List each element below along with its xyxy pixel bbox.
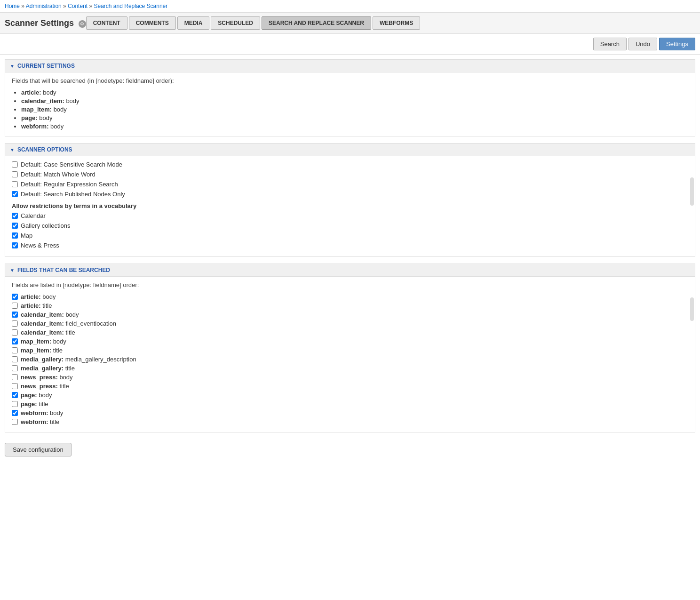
tab-scheduled[interactable]: SCHEDULED [211,16,260,30]
vocab-map-checkbox[interactable] [12,232,18,239]
breadcrumb-content[interactable]: Content [68,3,88,9]
field-article-title: article: title [12,302,688,309]
field-page-title-label: page: title [21,400,48,408]
search-button[interactable]: Search [593,38,627,50]
field-media-gallery-title: media_gallery: title [12,365,688,372]
tab-navigation: CONTENT COMMENTS MEDIA SCHEDULED SEARCH … [86,16,421,30]
searchable-fields-header: ▼ FIELDS THAT CAN BE SEARCHED [5,264,695,277]
published-only-label: Default: Search Published Nodes Only [21,191,125,198]
vocab-news-row: News & Press [12,242,688,249]
list-item: page: body [21,114,688,121]
field-article-title-checkbox[interactable] [12,303,18,309]
vocab-gallery-label: Gallery collections [21,222,71,229]
searchable-fields-note: Fields are listed in [nodetype: fieldnam… [12,281,688,288]
vocab-label: Allow restrictions by terms in a vocabul… [12,202,688,209]
tab-media[interactable]: MEDIA [177,16,210,30]
vocab-gallery-row: Gallery collections [12,222,688,229]
field-map-body-checkbox[interactable] [12,338,18,344]
field-calendar-body-label: calendar_item: body [21,311,79,318]
breadcrumb-administration[interactable]: Administration [26,3,62,9]
field-map-body-label: map_item: body [21,338,66,345]
option-row-case-sensitive: Default: Case Sensitive Search Mode [12,161,688,168]
field-map-body: map_item: body [12,338,688,345]
field-media-gallery-description-label: media_gallery: media_gallery_description [21,356,136,363]
field-news-press-body-checkbox[interactable] [12,374,18,380]
settings-icon: ⚙ [79,20,86,28]
match-whole-word-label: Default: Match Whole Word [21,171,95,178]
vocab-calendar-checkbox[interactable] [12,213,18,219]
field-webform-body-checkbox[interactable] [12,410,18,416]
regex-search-checkbox[interactable] [12,181,18,187]
breadcrumb-home[interactable]: Home [5,3,20,9]
field-page-body-checkbox[interactable] [12,392,18,398]
regex-search-label: Default: Regular Expression Search [21,181,118,188]
field-webform-body: webform: body [12,409,688,416]
scanner-options-section: ▼ SCANNER OPTIONS Default: Case Sensitiv… [5,143,695,257]
field-calendar-title: calendar_item: title [12,329,688,336]
option-row-regex: Default: Regular Expression Search [12,181,688,188]
field-page-title: page: title [12,400,688,408]
chevron-down-icon: ▼ [10,268,15,273]
save-configuration-button[interactable]: Save configuration [5,443,72,456]
case-sensitive-label: Default: Case Sensitive Search Mode [21,161,122,168]
field-news-press-title: news_press: title [12,383,688,390]
vocab-gallery-checkbox[interactable] [12,223,18,229]
field-media-gallery-title-label: media_gallery: title [21,365,75,372]
field-webform-title: webform: title [12,418,688,425]
field-map-title: map_item: title [12,347,688,354]
scanner-options-body: Default: Case Sensitive Search Mode Defa… [5,156,695,256]
tab-content[interactable]: CONTENT [86,16,127,30]
list-item: calendar_item: body [21,97,688,104]
undo-button[interactable]: Undo [628,38,657,50]
vocab-calendar-label: Calendar [21,212,46,219]
field-news-press-body-label: news_press: body [21,374,73,381]
field-calendar-body: calendar_item: body [12,311,688,318]
field-webform-title-label: webform: title [21,418,59,425]
scroll-indicator [690,177,694,206]
list-item: webform: body [21,123,688,130]
breadcrumb-scanner[interactable]: Search and Replace Scanner [94,3,168,9]
page-title: Scanner Settings ⚙ [5,18,86,28]
tab-comments[interactable]: COMMENTS [129,16,176,30]
header-row: Scanner Settings ⚙ CONTENT COMMENTS MEDI… [0,13,700,34]
field-article-body-label: article: body [21,293,56,300]
vocab-map-label: Map [21,232,32,239]
field-news-press-title-checkbox[interactable] [12,383,18,389]
field-media-gallery-description: media_gallery: media_gallery_description [12,356,688,363]
field-webform-title-checkbox[interactable] [12,419,18,425]
current-settings-body: Fields that will be searched (in [nodety… [5,72,695,136]
field-webform-body-label: webform: body [21,409,63,416]
option-row-match-whole-word: Default: Match Whole Word [12,171,688,178]
tab-search-replace-scanner[interactable]: SEARCH AND REPLACE SCANNER [262,16,371,30]
settings-button[interactable]: Settings [659,38,695,50]
vocab-news-label: News & Press [21,242,59,249]
scroll-indicator-fields [690,297,694,321]
field-article-body-checkbox[interactable] [12,294,18,300]
field-calendar-body-checkbox[interactable] [12,312,18,318]
published-only-checkbox[interactable] [12,191,18,197]
field-calendar-eventlocation-checkbox[interactable] [12,320,18,327]
field-map-title-label: map_item: title [21,347,63,354]
option-row-published-only: Default: Search Published Nodes Only [12,191,688,198]
searchable-fields-section: ▼ FIELDS THAT CAN BE SEARCHED Fields are… [5,264,695,432]
field-calendar-eventlocation: calendar_item: field_eventlocation [12,320,688,327]
field-page-title-checkbox[interactable] [12,401,18,407]
field-map-title-checkbox[interactable] [12,347,18,353]
breadcrumb: Home » Administration » Content » Search… [0,0,700,13]
tab-webforms[interactable]: WEBFORMS [373,16,420,30]
vocab-news-checkbox[interactable] [12,242,18,248]
field-article-body: article: body [12,293,688,300]
field-media-gallery-title-checkbox[interactable] [12,365,18,371]
action-row: Search Undo Settings [0,34,700,55]
searchable-fields-body: Fields are listed in [nodetype: fieldnam… [5,277,695,432]
field-article-title-label: article: title [21,302,52,309]
case-sensitive-checkbox[interactable] [12,161,18,168]
field-media-gallery-description-checkbox[interactable] [12,356,18,362]
field-news-press-body: news_press: body [12,374,688,381]
current-settings-note: Fields that will be searched (in [nodety… [12,77,688,84]
main-content: ▼ CURRENT SETTINGS Fields that will be s… [0,55,700,461]
field-calendar-title-checkbox[interactable] [12,329,18,336]
match-whole-word-checkbox[interactable] [12,171,18,177]
field-calendar-eventlocation-label: calendar_item: field_eventlocation [21,320,116,327]
scanner-options-header: ▼ SCANNER OPTIONS [5,144,695,156]
